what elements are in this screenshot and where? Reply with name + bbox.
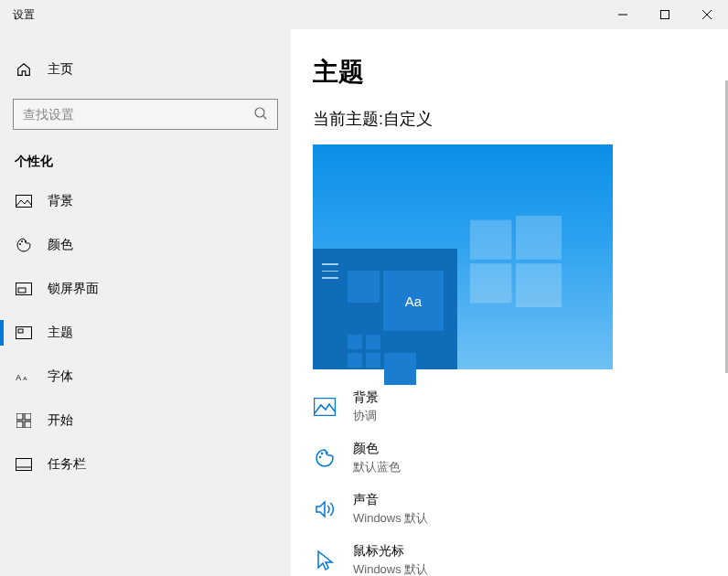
theme-row-sub: Windows 默认 bbox=[353, 510, 428, 527]
palette-icon bbox=[313, 447, 337, 469]
svg-text:A: A bbox=[16, 373, 21, 382]
theme-row-sub: 协调 bbox=[353, 408, 379, 424]
sidebar-item-label: 主题 bbox=[48, 325, 73, 341]
svg-point-28 bbox=[321, 453, 323, 454]
svg-rect-16 bbox=[16, 413, 23, 420]
minimize-button[interactable] bbox=[602, 0, 644, 29]
sidebar-item-lockscreen[interactable]: 锁屏界面 bbox=[0, 267, 291, 311]
windows-logo-icon bbox=[470, 216, 562, 307]
svg-point-7 bbox=[19, 243, 21, 245]
svg-text:A: A bbox=[23, 375, 27, 381]
svg-point-29 bbox=[326, 452, 327, 453]
current-theme-label: 当前主题:自定义 bbox=[313, 108, 728, 130]
search-field[interactable] bbox=[23, 107, 253, 122]
sidebar-item-label: 锁屏界面 bbox=[48, 281, 99, 297]
minimize-icon bbox=[618, 10, 627, 19]
svg-line-5 bbox=[263, 116, 266, 119]
svg-rect-24 bbox=[470, 263, 511, 303]
taskbar-icon bbox=[15, 458, 33, 471]
page-title: 主题 bbox=[313, 55, 728, 90]
svg-rect-11 bbox=[18, 288, 26, 293]
window-title: 设置 bbox=[0, 7, 35, 23]
sidebar-item-label: 字体 bbox=[48, 368, 73, 385]
svg-rect-1 bbox=[661, 11, 669, 19]
theme-preview: Aa bbox=[313, 144, 613, 369]
theme-cursor-row[interactable]: 鼠标光标 Windows 默认 bbox=[313, 543, 728, 576]
sidebar-item-taskbar[interactable]: 任务栏 bbox=[0, 443, 291, 486]
sidebar-item-background[interactable]: 背景 bbox=[0, 179, 291, 223]
theme-row-title: 声音 bbox=[353, 492, 428, 508]
svg-rect-13 bbox=[18, 329, 23, 333]
sidebar-item-label: 开始 bbox=[48, 412, 73, 429]
sidebar-item-themes[interactable]: 主题 bbox=[0, 311, 291, 355]
theme-color-row[interactable]: 颜色 默认蓝色 bbox=[313, 441, 728, 475]
font-icon: AA bbox=[15, 370, 33, 383]
svg-point-9 bbox=[25, 240, 27, 242]
cursor-icon bbox=[313, 549, 337, 571]
sidebar-item-label: 颜色 bbox=[48, 237, 73, 253]
close-button[interactable] bbox=[686, 0, 728, 29]
sidebar-section-label: 个性化 bbox=[0, 133, 291, 179]
search-input[interactable] bbox=[13, 99, 278, 130]
start-icon bbox=[15, 413, 33, 428]
sidebar: 主页 个性化 背景 颜色 锁屏界面 主题 AA bbox=[0, 29, 291, 576]
svg-rect-17 bbox=[25, 413, 31, 420]
home-icon bbox=[15, 61, 33, 78]
theme-background-row[interactable]: 背景 协调 bbox=[313, 389, 728, 424]
main-content: 主题 当前主题:自定义 Aa bbox=[291, 29, 728, 576]
titlebar: 设置 bbox=[0, 0, 728, 29]
sidebar-item-label: 背景 bbox=[48, 193, 73, 209]
picture-icon bbox=[313, 398, 337, 416]
svg-rect-19 bbox=[25, 421, 31, 428]
theme-sound-row[interactable]: 声音 Windows 默认 bbox=[313, 492, 728, 527]
close-icon bbox=[702, 10, 712, 19]
theme-row-title: 颜色 bbox=[353, 441, 401, 457]
svg-rect-23 bbox=[516, 216, 562, 260]
theme-row-title: 鼠标光标 bbox=[353, 543, 428, 560]
lockscreen-icon bbox=[15, 283, 33, 295]
theme-row-title: 背景 bbox=[353, 389, 379, 406]
theme-row-sub: 默认蓝色 bbox=[353, 459, 401, 475]
svg-rect-25 bbox=[516, 263, 562, 307]
theme-icon bbox=[15, 326, 33, 339]
sidebar-item-start[interactable]: 开始 bbox=[0, 399, 291, 443]
maximize-icon bbox=[660, 10, 669, 19]
preview-start-menu: Aa bbox=[313, 249, 457, 369]
svg-rect-22 bbox=[470, 220, 511, 260]
picture-icon bbox=[15, 195, 33, 208]
sidebar-home[interactable]: 主页 bbox=[0, 49, 291, 90]
palette-icon bbox=[15, 237, 33, 253]
maximize-button[interactable] bbox=[644, 0, 686, 29]
svg-rect-18 bbox=[16, 421, 23, 428]
preview-sample-text: Aa bbox=[383, 271, 444, 331]
sidebar-item-colors[interactable]: 颜色 bbox=[0, 223, 291, 267]
svg-point-8 bbox=[21, 240, 23, 242]
svg-point-27 bbox=[319, 456, 321, 458]
theme-row-sub: Windows 默认 bbox=[353, 561, 428, 576]
sound-icon bbox=[313, 499, 337, 519]
search-icon bbox=[253, 106, 268, 123]
svg-rect-20 bbox=[16, 459, 32, 471]
sidebar-item-label: 任务栏 bbox=[48, 456, 86, 473]
svg-point-4 bbox=[255, 108, 264, 117]
sidebar-item-fonts[interactable]: AA 字体 bbox=[0, 355, 291, 399]
sidebar-home-label: 主页 bbox=[48, 61, 73, 78]
svg-rect-6 bbox=[16, 196, 32, 208]
